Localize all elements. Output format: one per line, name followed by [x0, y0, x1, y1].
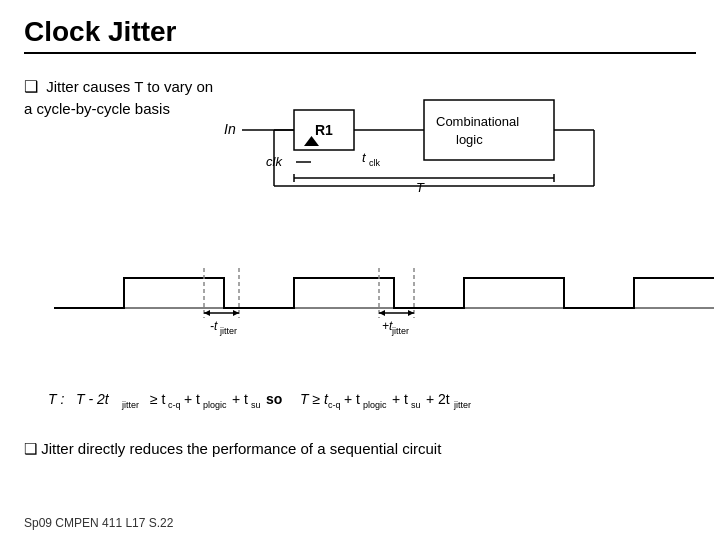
- tclk-sub-label: clk: [369, 158, 380, 168]
- svg-text:T - 2t: T - 2t: [76, 391, 110, 407]
- svg-text:+ t: + t: [344, 391, 360, 407]
- svg-rect-4: [424, 100, 554, 160]
- page-title: Clock Jitter: [24, 16, 696, 54]
- svg-text:so: so: [266, 391, 282, 407]
- svg-marker-23: [379, 310, 385, 316]
- svg-text:plogic: plogic: [363, 400, 387, 410]
- svg-text:+ t: + t: [392, 391, 408, 407]
- svg-marker-19: [233, 310, 239, 316]
- bullet-icon: ❑: [24, 78, 38, 95]
- svg-text:+ t: + t: [232, 391, 248, 407]
- footer: Sp09 CMPEN 411 L17 S.22: [24, 516, 173, 530]
- neg-jitter-label: -t: [210, 319, 218, 333]
- svg-text:c-q: c-q: [328, 400, 341, 410]
- bullet-2-icon: ❑: [24, 440, 37, 457]
- circuit-diagram: In R1 Combinational logic: [214, 66, 696, 246]
- svg-text:jitter: jitter: [121, 400, 139, 410]
- formula-area: T : T - 2t jitter ≥ t c-q + t plogic + t…: [24, 384, 696, 414]
- svg-text:+ t: + t: [184, 391, 200, 407]
- timing-area: -t jitter +t jitter: [24, 258, 696, 368]
- svg-text:c-q: c-q: [168, 400, 181, 410]
- svg-marker-24: [408, 310, 414, 316]
- neg-jitter-sub: jitter: [219, 326, 237, 336]
- svg-marker-18: [204, 310, 210, 316]
- svg-text:su: su: [251, 400, 261, 410]
- svg-text:T ≥ t: T ≥ t: [300, 391, 329, 407]
- bullet-2-text: Jitter directly reduces the performance …: [41, 440, 441, 457]
- top-section: ❑ Jitter causes T to vary on a cycle-by-…: [24, 66, 696, 246]
- bullet-2: ❑ Jitter directly reduces the performanc…: [24, 438, 696, 459]
- in-label: In: [224, 121, 236, 137]
- svg-text:plogic: plogic: [203, 400, 227, 410]
- comb-label1: Combinational: [436, 114, 519, 129]
- content-area: ❑ Jitter causes T to vary on a cycle-by-…: [24, 66, 696, 459]
- bullet-1: ❑ Jitter causes T to vary on a cycle-by-…: [24, 66, 214, 119]
- clk-label: clk: [266, 154, 283, 169]
- r1-label: R1: [315, 122, 333, 138]
- tclk-label: t: [362, 150, 367, 165]
- circuit-svg: In R1 Combinational logic: [214, 66, 684, 236]
- formula-svg: T : T - 2t jitter ≥ t c-q + t plogic + t…: [48, 384, 696, 414]
- timing-svg: -t jitter +t jitter: [24, 258, 720, 363]
- T-label: T: [416, 180, 425, 195]
- pos-jitter-sub: jitter: [391, 326, 409, 336]
- svg-text:+ 2t: + 2t: [426, 391, 450, 407]
- page: Clock Jitter ❑ Jitter causes T to vary o…: [0, 0, 720, 540]
- svg-text:su: su: [411, 400, 421, 410]
- bullet-1-text: Jitter causes T to vary on a cycle-by-cy…: [24, 78, 213, 117]
- formula-t: T :: [48, 391, 64, 407]
- comb-label2: logic: [456, 132, 483, 147]
- svg-text:≥ t: ≥ t: [150, 391, 166, 407]
- svg-text:jitter: jitter: [453, 400, 471, 410]
